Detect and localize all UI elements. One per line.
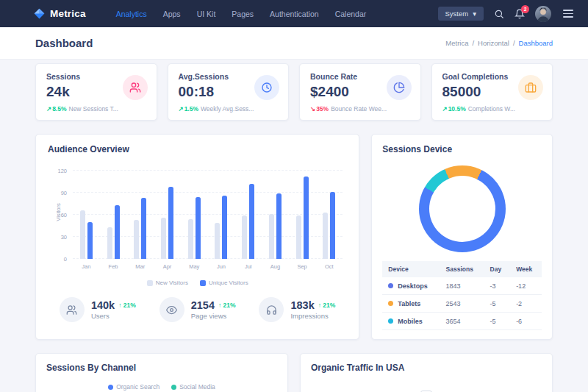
x-tick-label: Apr <box>163 263 172 270</box>
channel-legend: Organic Search Social Media <box>46 383 277 391</box>
page-header: Dashboard Metrica / Horizontal / Dashboa… <box>0 27 588 60</box>
legend-social-media[interactable]: Social Media <box>171 383 215 391</box>
trend-down-icon: ↘35% <box>310 105 329 113</box>
nav-ui-kit[interactable]: UI Kit <box>189 5 224 23</box>
col-sessions: Sassions <box>440 261 484 277</box>
breadcrumb-separator: / <box>513 39 515 47</box>
main-row: Audience Overview Visitors 0306090120Jan… <box>35 134 553 340</box>
brand[interactable]: Metrica <box>34 8 86 19</box>
x-tick-label: Oct <box>325 263 334 270</box>
series-dot <box>388 318 393 324</box>
trend-up-icon: ↗10.5% <box>442 105 466 113</box>
arrow-up-icon: ↑ 21% <box>218 302 236 309</box>
x-tick-label: Jan <box>82 263 90 270</box>
summary-page-views: 2154 ↑ 21% Page views <box>159 297 236 322</box>
avatar-person-icon <box>535 6 551 22</box>
stat-card-sessions: Sessions 24k ↗8.5% New Sessions T... <box>35 63 157 121</box>
bar-group-aug: Aug <box>269 171 282 259</box>
device-table-header: Device Sassions Day Week <box>382 261 542 277</box>
nav-apps[interactable]: Apps <box>155 5 189 23</box>
sessions-device-card: Sessions Device Device Sassions Day Week… <box>371 134 553 340</box>
brand-name: Metrica <box>50 8 86 19</box>
y-tick-label: 30 <box>61 234 67 240</box>
trend-up-icon: ↗8.5% <box>46 105 67 113</box>
breadcrumb-dashboard: Dashboard <box>519 39 553 47</box>
audience-overview-title: Audience Overview <box>48 144 347 154</box>
notifications-bell-icon[interactable]: 2 <box>514 9 525 19</box>
eye-icon <box>159 297 184 322</box>
summary-label: Users <box>91 312 136 320</box>
y-tick-label: 60 <box>61 212 67 218</box>
col-day: Day <box>484 261 511 277</box>
bar <box>249 184 254 259</box>
legend-organic-search[interactable]: Organic Search <box>108 383 159 391</box>
nav-authentication[interactable]: Authentication <box>262 5 327 23</box>
bar <box>242 215 247 259</box>
bar <box>115 205 120 259</box>
trend-up-icon: ↗1.5% <box>179 105 199 113</box>
summary-value: 140k ↑ 21% <box>91 299 136 311</box>
stat-description: ↗1.5% Weekly Avg.Sess... <box>179 105 279 113</box>
organic-traffic-usa-title: Organic Traffic In USA <box>311 363 542 373</box>
summary-value: 183k ↑ 21% <box>290 299 335 311</box>
audience-overview-card: Audience Overview Visitors 0306090120Jan… <box>35 134 359 340</box>
nav-calendar[interactable]: Calendar <box>327 5 375 23</box>
stats-row: Sessions 24k ↗8.5% New Sessions T... Avg… <box>35 63 553 121</box>
series-dot <box>388 301 393 306</box>
stat-card-goal-completions: Goal Completions 85000 ↗10.5% Completion… <box>431 63 553 121</box>
x-tick-label: Jul <box>245 263 252 270</box>
series-dot <box>388 283 393 288</box>
bar-plot-area: 0306090120JanFebMarAprMayJunJulAugSepOct <box>73 171 343 259</box>
x-tick-label: Aug <box>270 263 280 270</box>
x-tick-label: May <box>189 263 199 270</box>
col-device: Device <box>382 261 440 277</box>
donut-ring <box>419 165 506 252</box>
notification-badge: 2 <box>521 5 529 13</box>
summary-users: 140k ↑ 21% Users <box>60 297 136 322</box>
user-avatar[interactable] <box>535 6 551 22</box>
main-nav: Analytics Apps UI Kit Pages Authenticati… <box>108 5 375 23</box>
bottom-row: Sessions By Channel Organic Search Socia… <box>35 353 553 392</box>
bar-group-jun: Jun <box>215 171 227 259</box>
bar-group-apr: Apr <box>161 171 173 259</box>
menu-icon[interactable] <box>562 8 575 19</box>
page-title: Dashboard <box>35 37 93 49</box>
bar <box>296 215 301 259</box>
legend-unique-visitors[interactable]: Unique Visitors <box>200 279 248 286</box>
device-donut-chart <box>382 165 542 252</box>
sessions-by-channel-card: Sessions By Channel Organic Search Socia… <box>35 353 288 392</box>
search-icon[interactable] <box>494 9 504 19</box>
x-tick-label: Mar <box>135 263 145 270</box>
sessions-device-title: Sessions Device <box>382 144 542 154</box>
arrow-up-icon: ↑ 21% <box>118 302 136 309</box>
page-content: Sessions 24k ↗8.5% New Sessions T... Avg… <box>0 60 588 392</box>
bar-group-jan: Jan <box>80 171 93 259</box>
users-icon <box>123 75 148 100</box>
bar <box>330 192 335 259</box>
bar <box>323 213 328 259</box>
bar-group-mar: Mar <box>134 171 146 259</box>
navbar-actions: System ▾ 2 <box>438 6 575 22</box>
col-week: Week <box>510 261 542 277</box>
headphones-icon <box>259 297 284 322</box>
stat-description: ↗8.5% New Sessions T... <box>46 105 146 113</box>
bar <box>269 214 274 259</box>
bar <box>107 227 112 259</box>
breadcrumb-metrica[interactable]: Metrica <box>445 39 468 47</box>
bar <box>141 198 146 259</box>
top-navbar: Metrica Analytics Apps UI Kit Pages Auth… <box>0 0 588 27</box>
legend-swatch <box>147 280 153 286</box>
stat-card-bounce-rate: Bounce Rate $2400 ↘35% Bounce Rate Wee..… <box>299 63 421 121</box>
system-dropdown[interactable]: System ▾ <box>438 7 484 21</box>
stat-description: ↗10.5% Completions W... <box>442 105 542 113</box>
users-icon <box>60 297 85 322</box>
nav-pages[interactable]: Pages <box>223 5 262 23</box>
legend-new-visitors[interactable]: New Visitors <box>147 279 188 286</box>
breadcrumb-horizontal[interactable]: Horizontal <box>478 39 509 47</box>
table-row-tablets: Tablets 2543 -5 -2 <box>382 295 542 313</box>
y-tick-label: 0 <box>64 256 67 263</box>
arrow-up-icon: ↑ 21% <box>318 302 336 309</box>
clock-icon <box>254 75 279 100</box>
nav-analytics[interactable]: Analytics <box>108 5 155 23</box>
table-row-desktops: Desktops 1843 -3 -12 <box>382 277 542 295</box>
